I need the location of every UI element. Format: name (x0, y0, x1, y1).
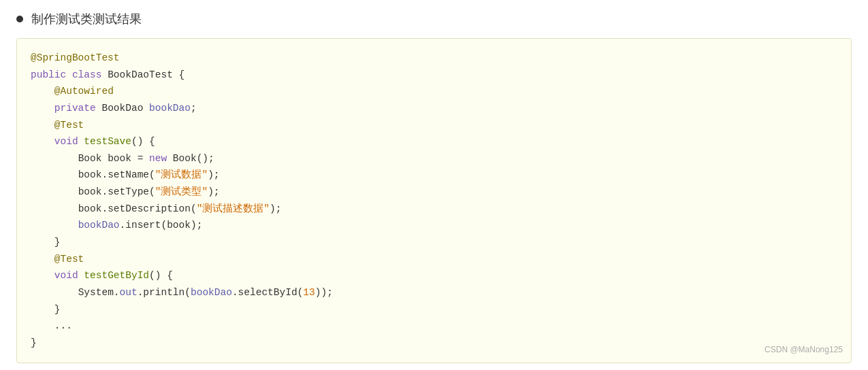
code-line-18: } (31, 335, 837, 352)
field-bookdao-2: bookDao (78, 220, 120, 231)
method-testsave: testSave (84, 136, 131, 147)
string-testtype: "测试类型" (155, 186, 208, 197)
keyword-private: private (54, 103, 96, 114)
code-line-10: book.setDescription("测试描述数据"); (31, 201, 837, 218)
string-testdesc: "测试描述数据" (197, 203, 270, 214)
code-line-11: bookDao.insert(book); (31, 217, 837, 234)
annotation-autowired: @Autowired (54, 86, 114, 97)
bullet-dot (16, 16, 23, 22)
code-line-12: } (31, 234, 837, 251)
keyword-class: class (72, 69, 102, 80)
code-line-5: @Test (31, 117, 837, 134)
header-title: 制作测试类测试结果 (31, 11, 142, 27)
code-line-1: @SpringBootTest (31, 50, 837, 67)
code-line-2: public class BookDaoTest { (31, 67, 837, 84)
watermark: CSDN @MaNong125 (765, 343, 843, 356)
code-line-16: } (31, 301, 837, 318)
code-line-7: Book book = new Book(); (31, 150, 837, 167)
code-block: @SpringBootTest public class BookDaoTest… (16, 38, 852, 363)
code-line-13: @Test (31, 251, 837, 268)
code-line-9: book.setType("测试类型"); (31, 184, 837, 201)
keyword-new-1: new (149, 153, 167, 164)
keyword-public: public (31, 69, 66, 80)
code-line-17: ... (31, 318, 837, 335)
annotation-springboottest: @SpringBootTest (31, 52, 120, 63)
code-line-4: private BookDao bookDao; (31, 100, 837, 117)
code-line-15: System.out.println(bookDao.selectById(13… (31, 284, 837, 301)
annotation-test-1: @Test (54, 120, 84, 131)
field-bookdao: bookDao (149, 103, 191, 114)
field-out: out (120, 287, 138, 298)
code-line-3: @Autowired (31, 83, 837, 100)
page-container: 制作测试类测试结果 @SpringBootTest public class B… (0, 0, 868, 370)
number-13: 13 (303, 287, 315, 298)
keyword-void-2: void (54, 270, 78, 281)
code-line-14: void testGetById() { (31, 267, 837, 284)
bullet-header: 制作测试类测试结果 (16, 11, 852, 27)
code-line-6: void testSave() { (31, 133, 837, 150)
field-bookdao-3: bookDao (191, 287, 232, 298)
keyword-void-1: void (54, 136, 78, 147)
annotation-test-2: @Test (54, 254, 84, 265)
string-testname: "测试数据" (155, 169, 208, 180)
method-testgetbyid: testGetById (84, 270, 149, 281)
code-line-8: book.setName("测试数据"); (31, 167, 837, 184)
